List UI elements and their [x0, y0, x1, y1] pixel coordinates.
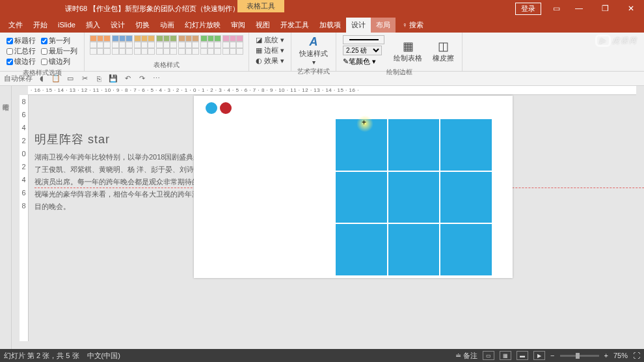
restore-button[interactable]: ❐ [592, 0, 618, 17]
table-cell[interactable] [440, 119, 492, 171]
pen-color-dropdown[interactable]: ✎笔颜色 ▾ [343, 57, 384, 66]
table-cell[interactable] [336, 172, 387, 223]
table-style-5[interactable] [178, 35, 199, 55]
slide-title-text[interactable]: 明星阵容 star [34, 132, 110, 147]
menu-bar: 文件 开始 iSlide 插入 设计 切换 动画 幻灯片放映 审阅 视图 开发工… [0, 17, 644, 33]
view-normal-icon[interactable]: ▭ [483, 351, 494, 360]
quick-style-button[interactable]: A 快速样式▾ [295, 34, 332, 67]
ribbon-group-table-options: 标题行 第一列 汇总行 最后一列 镶边行 镶边列 表格样式选项 [0, 33, 85, 71]
table-cell[interactable] [440, 224, 492, 275]
work-area: 缩略图 · 16 · 15 · 14 · 13 · 12 · 11 · 10 ·… [0, 86, 644, 349]
zoom-slider[interactable] [560, 355, 599, 357]
group-label-draw-border: 绘制边框 [340, 68, 458, 78]
table-cell[interactable] [388, 172, 440, 223]
menu-start[interactable]: 开始 [28, 18, 53, 33]
table-cell[interactable] [388, 119, 440, 171]
table-style-1[interactable] [90, 35, 111, 55]
close-button[interactable]: ✕ [618, 0, 644, 17]
border-dropdown[interactable]: ▦边框 ▾ [256, 46, 284, 55]
border-icon: ▦ [256, 46, 262, 55]
pen-style-dropdown[interactable] [343, 35, 384, 44]
table-style-7[interactable] [222, 35, 243, 55]
menu-table-layout[interactable]: 布局 [371, 18, 396, 33]
qat-copy-icon[interactable]: ⎘ [94, 74, 104, 84]
menu-view[interactable]: 视图 [250, 18, 275, 33]
qat-redo-icon[interactable]: ↷ [137, 74, 147, 84]
tell-me-search[interactable]: ♀搜索 [402, 20, 423, 30]
slide-canvas-area[interactable]: · 16 · 15 · 14 · 13 · 12 · 11 · 10 · 9 ·… [12, 86, 644, 349]
ribbon-group-shading: ◪底纹 ▾ ▦边框 ▾ ◐效果 ▾ [249, 33, 291, 71]
vertical-ruler: 864202468 [20, 95, 29, 341]
menu-insert[interactable]: 插入 [81, 18, 105, 33]
color-swatch-blue[interactable] [206, 102, 217, 114]
qat-more-icon[interactable]: ⋯ [151, 74, 161, 84]
login-button[interactable]: 登录 [515, 3, 541, 15]
group-label-table-options: 表格样式选项 [4, 68, 80, 79]
menu-review[interactable]: 审阅 [226, 18, 250, 33]
effect-dropdown[interactable]: ◐效果 ▾ [256, 56, 284, 66]
color-swatch-red[interactable] [220, 102, 232, 114]
eraser-icon: ◫ [438, 39, 449, 53]
table-style-4[interactable] [156, 35, 177, 55]
chk-last-col[interactable]: 最后一列 [41, 46, 77, 56]
status-bar: 幻灯片 第 2 张，共 5 张 中文(中国) ≐ 备注 ▭ ▦ ▬ ▶ − + … [0, 349, 644, 362]
pen-width-select[interactable]: 2.25 磅 [343, 46, 382, 55]
tabletools-context-label: 表格工具 [237, 0, 284, 12]
view-slideshow-icon[interactable]: ▶ [533, 351, 545, 360]
qat-save-icon[interactable]: 💾 [108, 74, 118, 84]
shading-dropdown[interactable]: ◪底纹 ▾ [256, 35, 284, 45]
status-notes[interactable]: ≐ 备注 [455, 351, 477, 361]
ribbon-group-draw-border: 2.25 磅 ✎笔颜色 ▾ ▦绘制表格 ◫橡皮擦 绘制边框 [336, 33, 463, 71]
minimize-button[interactable]: — [566, 0, 592, 17]
menu-animation[interactable]: 动画 [155, 18, 180, 33]
status-slide-info: 幻灯片 第 2 张，共 5 张 [4, 351, 79, 361]
chk-summary-row[interactable]: 汇总行 [7, 46, 36, 56]
menu-islide[interactable]: iSlide [53, 18, 81, 31]
menu-slideshow[interactable]: 幻灯片放映 [180, 18, 226, 33]
qat-undo-icon[interactable]: ↶ [122, 74, 133, 84]
horizontal-ruler: · 16 · 15 · 14 · 13 · 12 · 11 · 10 · 9 ·… [28, 86, 636, 95]
group-label-table-styles: 表格样式 [88, 61, 245, 71]
document-title: 课时68 【作业包】新型形象的团队介绍页（快速制作） [65, 4, 515, 14]
group-label-wordart: 艺术字样式 [295, 67, 332, 77]
zoom-in-button[interactable]: + [604, 352, 608, 359]
table-style-3[interactable] [134, 35, 155, 55]
chk-banded-row[interactable]: 镶边行 [7, 57, 36, 66]
menu-table-design[interactable]: 设计 [346, 18, 371, 33]
menu-dev[interactable]: 开发工具 [275, 18, 314, 33]
zoom-out-button[interactable]: − [550, 352, 554, 359]
pen-icon: ✎ [343, 57, 349, 65]
chk-header-row[interactable]: 标题行 [7, 36, 36, 46]
qat-cut-icon[interactable]: ✂ [79, 74, 90, 84]
title-bar: 表格工具 课时68 【作业包】新型形象的团队介绍页（快速制作） 登录 ▭ — ❐… [0, 0, 644, 17]
menu-addin[interactable]: 加载项 [314, 18, 346, 33]
chk-first-col[interactable]: 第一列 [41, 36, 70, 46]
draw-table-button[interactable]: ▦绘制表格 [390, 34, 426, 68]
ribbon-group-table-styles: 表格样式 [85, 33, 249, 71]
search-icon: ♀ [402, 21, 407, 29]
ribbon-options-icon[interactable]: ▭ [546, 0, 566, 17]
table-cell[interactable] [336, 224, 387, 275]
paint-bucket-icon: ◪ [256, 36, 262, 44]
zoom-level[interactable]: 75% [613, 352, 628, 359]
table-style-6[interactable] [200, 35, 221, 55]
table-style-2[interactable] [112, 35, 133, 55]
wordart-icon: A [310, 35, 318, 49]
ribbon-group-wordart: A 快速样式▾ 艺术字样式 [291, 33, 336, 71]
outline-pane-collapsed[interactable]: 缩略图 [0, 86, 12, 349]
chk-banded-col[interactable]: 镶边列 [41, 57, 70, 66]
menu-file[interactable]: 文件 [3, 18, 28, 33]
slide-table[interactable] [336, 119, 492, 275]
view-sorter-icon[interactable]: ▦ [500, 351, 511, 360]
eraser-button[interactable]: ◫橡皮擦 [429, 34, 458, 68]
status-lang[interactable]: 中文(中国) [87, 351, 120, 361]
menu-transition[interactable]: 切换 [130, 18, 155, 33]
effect-icon: ◐ [256, 57, 262, 65]
view-reading-icon[interactable]: ▬ [517, 351, 528, 360]
table-cell[interactable] [440, 172, 492, 223]
table-styles-gallery[interactable] [88, 34, 245, 56]
slide[interactable] [194, 96, 513, 278]
table-cell[interactable] [388, 224, 440, 275]
menu-design[interactable]: 设计 [105, 18, 130, 33]
fit-window-icon[interactable]: ⛶ [633, 352, 640, 359]
